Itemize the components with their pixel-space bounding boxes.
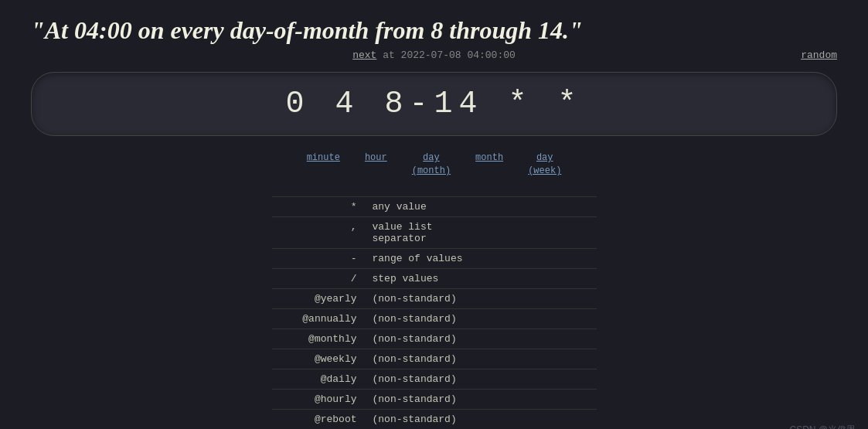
ref-description: range of values [373, 253, 463, 264]
ref-row: @yearly(non-standard) [272, 288, 597, 308]
ref-description: (non-standard) [373, 313, 457, 325]
next-value: at 2022-07-08 04:00:00 [383, 49, 516, 61]
field-label-hour[interactable]: hour [352, 148, 400, 181]
field-label-month[interactable]: month [463, 148, 516, 181]
ref-symbol: @yearly [272, 293, 373, 305]
ref-symbol: @weekly [272, 353, 373, 365]
next-line: next at 2022-07-08 04:00:00 random [31, 49, 837, 61]
ref-symbol: , [272, 221, 373, 233]
cron-display: 0 4 8-14 * * [31, 72, 837, 136]
ref-symbol: / [272, 273, 373, 284]
next-link[interactable]: next [352, 49, 376, 61]
ref-symbol: @hourly [272, 393, 373, 405]
ref-symbol: * [272, 201, 373, 213]
ref-row: ,value listseparator [272, 216, 597, 248]
field-label-day-week[interactable]: day(week) [516, 148, 574, 181]
ref-row: @weekly(non-standard) [272, 349, 597, 369]
ref-symbol: @monthly [272, 333, 373, 345]
watermark: CSDN @光俊恩 [789, 424, 856, 429]
fields-row: minutehourday(month)monthday(week) [31, 148, 837, 181]
ref-description: (non-standard) [373, 353, 457, 365]
field-label-day-month[interactable]: day(month) [400, 148, 463, 181]
ref-description: (non-standard) [373, 333, 457, 345]
random-link[interactable]: random [801, 49, 837, 61]
ref-description: (non-standard) [373, 293, 457, 305]
ref-description: (non-standard) [373, 414, 457, 425]
page-wrapper: "At 04:00 on every day-of-month from 8 t… [0, 0, 868, 429]
ref-row: @hourly(non-standard) [272, 389, 597, 409]
ref-row: @annually(non-standard) [272, 308, 597, 329]
ref-row: @monthly(non-standard) [272, 329, 597, 349]
ref-description: value listseparator [373, 221, 433, 244]
ref-symbol: @reboot [272, 414, 373, 425]
ref-description: (non-standard) [373, 393, 457, 405]
cron-expression: 0 4 8-14 * * [285, 87, 582, 121]
ref-description: step values [373, 273, 439, 284]
ref-description: any value [373, 201, 427, 213]
ref-row: /step values [272, 268, 597, 288]
reference-table: *any value,value listseparator-range of … [272, 196, 597, 429]
ref-row: -range of values [272, 248, 597, 268]
ref-description: (non-standard) [373, 373, 457, 385]
ref-symbol: - [272, 253, 373, 264]
ref-symbol: @daily [272, 373, 373, 385]
ref-row: @daily(non-standard) [272, 369, 597, 389]
main-title: "At 04:00 on every day-of-month from 8 t… [31, 15, 837, 45]
ref-row: @reboot(non-standard) [272, 409, 597, 429]
field-label-minute[interactable]: minute [294, 148, 352, 181]
ref-row: *any value [272, 196, 597, 216]
ref-symbol: @annually [272, 313, 373, 325]
